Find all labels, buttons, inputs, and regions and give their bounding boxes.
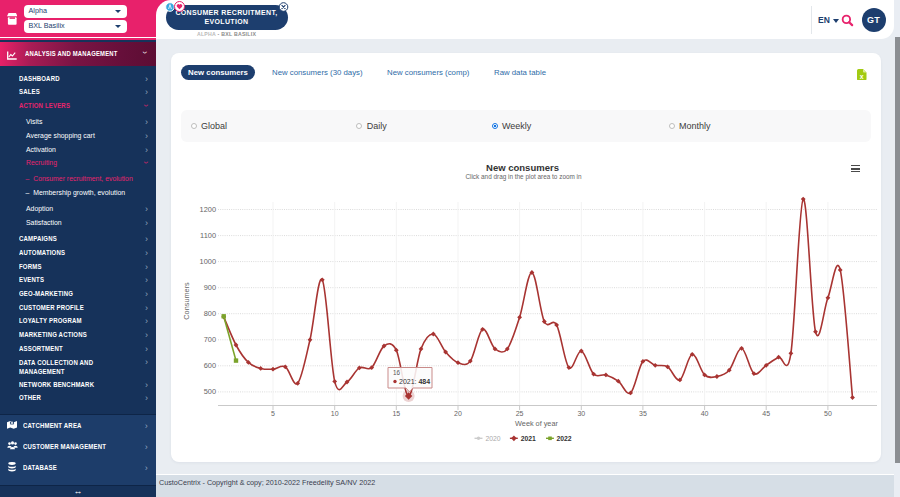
svg-text:16: 16 bbox=[393, 369, 401, 376]
svg-text:1000: 1000 bbox=[200, 257, 216, 266]
svg-text:2021: 484: 2021: 484 bbox=[399, 378, 430, 385]
svg-text:900: 900 bbox=[204, 283, 216, 292]
svg-text:1200: 1200 bbox=[200, 205, 216, 214]
svg-text:20: 20 bbox=[454, 410, 462, 417]
svg-text:600: 600 bbox=[204, 361, 216, 370]
svg-text:10: 10 bbox=[331, 410, 339, 417]
svg-text:Week of year: Week of year bbox=[515, 419, 558, 428]
svg-text:50: 50 bbox=[824, 410, 832, 417]
svg-text:2022: 2022 bbox=[557, 435, 572, 442]
svg-text:40: 40 bbox=[701, 410, 709, 417]
svg-text:2020: 2020 bbox=[486, 435, 501, 442]
svg-text:30: 30 bbox=[577, 410, 585, 417]
svg-text:5: 5 bbox=[271, 410, 275, 417]
svg-text:500: 500 bbox=[204, 387, 216, 396]
svg-text:2021: 2021 bbox=[521, 435, 536, 442]
svg-text:800: 800 bbox=[204, 309, 216, 318]
svg-text:45: 45 bbox=[762, 410, 770, 417]
svg-text:700: 700 bbox=[204, 335, 216, 344]
svg-text:35: 35 bbox=[639, 410, 647, 417]
svg-text:15: 15 bbox=[392, 410, 400, 417]
svg-text:1100: 1100 bbox=[200, 231, 216, 240]
svg-text:25: 25 bbox=[516, 410, 524, 417]
svg-text:Consumers: Consumers bbox=[182, 282, 191, 320]
